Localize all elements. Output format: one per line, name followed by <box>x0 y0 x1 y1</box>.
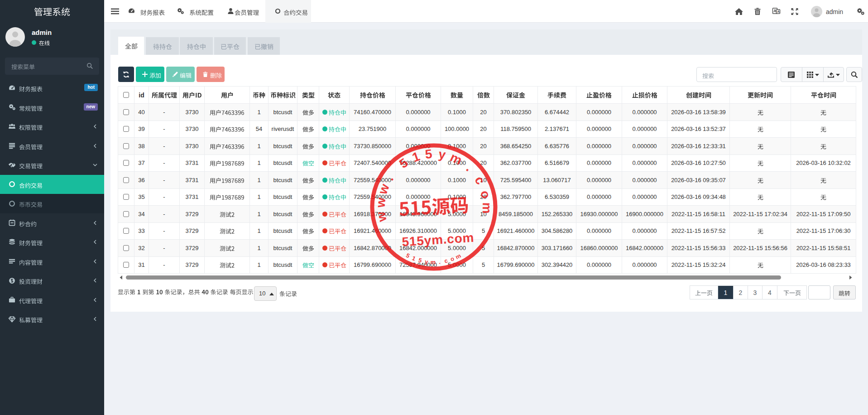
svg-text:515ym.com: 515ym.com <box>402 231 475 249</box>
svg-text:o: o <box>450 255 456 263</box>
svg-text:y: y <box>437 147 447 162</box>
svg-text:5: 5 <box>405 252 411 260</box>
svg-text:c: c <box>444 257 448 264</box>
svg-text:m: m <box>430 259 436 265</box>
svg-text:.: . <box>383 172 396 183</box>
svg-text:w: w <box>374 211 389 223</box>
svg-text:.: . <box>464 161 476 174</box>
svg-text:1: 1 <box>411 255 417 262</box>
svg-text:y: y <box>424 258 429 265</box>
svg-text:o: o <box>478 189 493 200</box>
svg-text:A: A <box>777 10 780 14</box>
svg-text:5: 5 <box>417 256 422 264</box>
svg-text:w: w <box>373 197 388 209</box>
svg-text:.: . <box>438 258 441 265</box>
svg-text:m: m <box>454 252 462 261</box>
svg-text:w: w <box>375 182 392 197</box>
svg-text:5: 5 <box>424 147 433 161</box>
svg-text:5: 5 <box>397 155 410 171</box>
svg-text:1: 1 <box>410 149 422 164</box>
svg-text:c: c <box>472 174 488 187</box>
svg-text:m: m <box>480 202 494 213</box>
